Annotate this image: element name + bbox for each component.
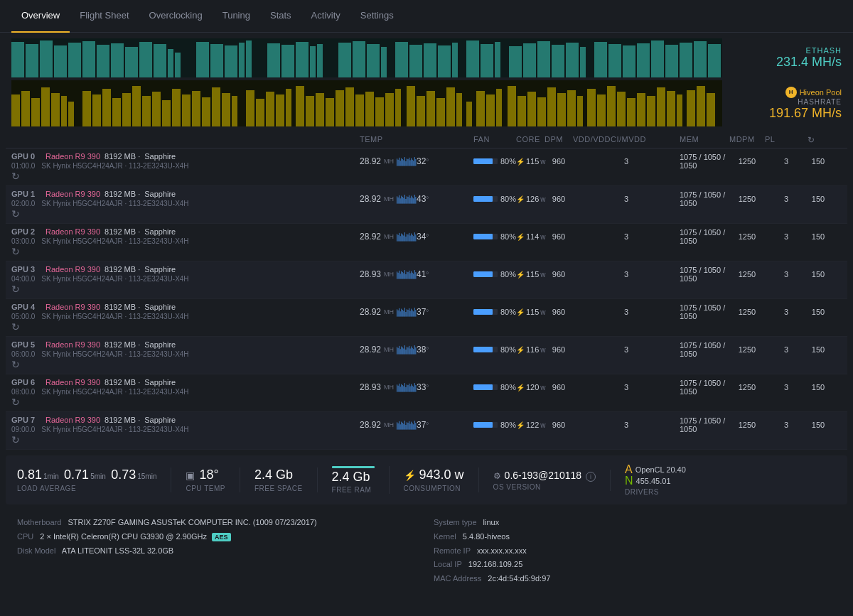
svg-rect-152 [410, 198, 411, 204]
nav-flight-sheet[interactable]: Flight Sheet [70, 0, 139, 33]
core-cell: 960 [544, 232, 573, 241]
fan-bar [473, 309, 498, 315]
svg-rect-167 [407, 234, 407, 241]
local-ip-value: 192.168.109.25 [468, 560, 522, 568]
core-cell: 960 [544, 383, 573, 391]
mh-unit: MH [384, 271, 394, 278]
svg-rect-29 [409, 45, 422, 77]
svg-rect-196 [399, 308, 399, 317]
gpu-settings-icon[interactable]: ↻ [11, 396, 360, 408]
system-info-left: Motherboard STRIX Z270F GAMING ASUSTeK C… [17, 516, 419, 586]
hashrate-chart-row: H Hiveon Pool HASHRATE 191.67 MH/s [11, 80, 842, 126]
gpu-settings-icon[interactable]: ↻ [11, 246, 360, 257]
cpu-label: CPU [17, 532, 33, 541]
table-row: GPU 0 Radeon R9 390 8192 MB · Sapphire 0… [6, 148, 847, 186]
svg-rect-15 [210, 44, 223, 77]
gpu-settings-icon[interactable]: ↻ [11, 171, 360, 182]
nav-activity[interactable]: Activity [301, 0, 350, 33]
hashrate-cell: 28.92 MH [360, 193, 417, 205]
gpu-settings-icon[interactable]: ↻ [11, 359, 360, 370]
pl-cell: 150 [808, 270, 829, 279]
svg-rect-263 [413, 424, 414, 429]
mem-clock-cell: 1250 [729, 232, 765, 241]
core-cell: 960 [544, 157, 573, 166]
svg-rect-179 [400, 274, 401, 279]
gpu-settings-icon[interactable]: ↻ [11, 208, 360, 220]
gpu-details: 04:00.0 SK Hynix H5GC4H24AJR · 113-2E324… [11, 274, 360, 283]
svg-rect-4 [54, 45, 67, 77]
col-all[interactable]: ↻ [808, 135, 829, 145]
svg-rect-12 [168, 49, 173, 77]
svg-rect-123 [398, 160, 399, 166]
info-icon[interactable]: i [586, 472, 596, 482]
svg-rect-232 [399, 384, 399, 392]
nav-tuning[interactable]: Tuning [213, 0, 260, 33]
svg-rect-102 [517, 96, 526, 126]
temp-value: 43 [417, 194, 426, 204]
svg-rect-168 [407, 234, 408, 242]
svg-rect-91 [407, 86, 415, 126]
hashrate-cell: 28.92 MH [360, 343, 417, 356]
charts-area: ETHASH 231.4 MH/s [0, 33, 853, 132]
svg-rect-197 [400, 311, 401, 316]
nav-settings[interactable]: Settings [350, 0, 404, 33]
fan-bar-fill [473, 422, 493, 428]
gpu-id-line: GPU 0 Radeon R9 390 8192 MB · Sapphire [11, 152, 360, 161]
svg-rect-56 [51, 93, 60, 126]
bolt-icon: ⚡ [516, 308, 525, 316]
hashrate-cell: 28.93 MH [360, 381, 417, 394]
cpu-temp-label: CPU TEMP [186, 485, 225, 492]
svg-rect-259 [409, 421, 409, 430]
svg-rect-132 [407, 159, 408, 166]
nav-overclocking[interactable]: Overclocking [139, 0, 213, 33]
gpu-settings-icon[interactable]: ↻ [11, 321, 360, 333]
driver-n-val: 455.45.01 [636, 477, 671, 485]
temp-cell: 41° [417, 269, 473, 279]
svg-rect-21 [296, 42, 309, 77]
svg-rect-204 [407, 310, 408, 317]
local-ip-label: Local IP [434, 560, 462, 568]
svg-rect-118 [677, 94, 682, 126]
svg-rect-129 [404, 157, 405, 166]
mdpm-cell: 3 [765, 270, 808, 279]
svg-rect-103 [527, 92, 536, 126]
driver-n-line: N 455.45.01 [625, 475, 686, 487]
svg-rect-256 [405, 425, 406, 430]
local-ip-line: Local IP 192.168.109.25 [434, 558, 836, 572]
svg-rect-208 [412, 310, 413, 317]
gpu-id-cell: GPU 4 Radeon R9 390 8192 MB · Sapphire 0… [11, 303, 360, 321]
fan-cell: 80% [473, 270, 516, 279]
svg-rect-70 [192, 91, 200, 126]
svg-rect-87 [365, 92, 374, 126]
svg-rect-165 [404, 232, 405, 242]
gpu-settings-icon[interactable]: ↻ [11, 283, 360, 295]
svg-rect-92 [417, 96, 425, 126]
hashrate-cell: 28.92 MH [360, 418, 417, 431]
svg-rect-147 [404, 195, 405, 204]
gpu-settings-icon[interactable]: ↻ [11, 434, 360, 445]
svg-rect-114 [637, 93, 645, 126]
hashrate-cell: 28.93 MH [360, 268, 417, 281]
nav-overview[interactable]: Overview [11, 0, 70, 33]
dpm-cell: 3 [573, 345, 680, 354]
load-1min-label: 1min [43, 472, 59, 480]
os-icon: ⚙ [493, 471, 501, 481]
load-5min: 0.71 [64, 468, 89, 483]
nav-stats[interactable]: Stats [260, 0, 301, 33]
svg-rect-235 [402, 385, 403, 392]
gpu-name: Radeon R9 390 [45, 190, 100, 198]
svg-rect-133 [409, 158, 409, 166]
gpu-time: 09:00.0 [11, 426, 39, 433]
mh-value: 28.93 [360, 269, 381, 279]
col-mem: MEM [680, 135, 729, 145]
mh-unit: MH [384, 308, 394, 315]
fan-bar-fill [473, 309, 493, 315]
drivers-info: A OpenCL 20.40 N 455.45.01 [625, 464, 686, 487]
gpu-mem: 8192 MB · [104, 303, 140, 311]
svg-rect-39 [552, 45, 564, 77]
svg-rect-17 [239, 43, 245, 77]
svg-rect-115 [647, 96, 655, 126]
gpu-badge: GPU 0 [11, 152, 41, 161]
svg-rect-182 [403, 274, 404, 279]
svg-rect-104 [537, 97, 546, 126]
